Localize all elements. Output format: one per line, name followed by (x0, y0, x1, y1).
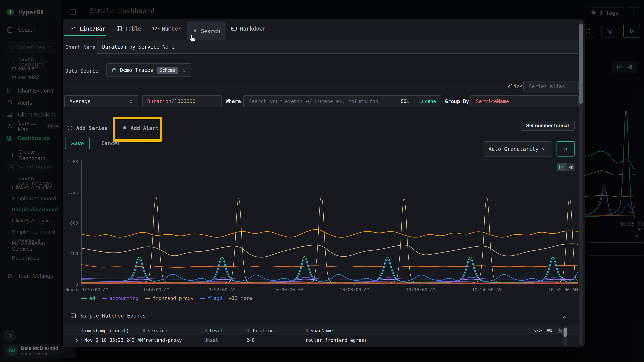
line-chart-icon[interactable] (557, 163, 566, 171)
expression-token: Duration (147, 98, 172, 104)
expression-token: 1000000 (174, 98, 196, 104)
tab-label: Table (125, 25, 141, 32)
legend-swatch (82, 298, 87, 299)
legend-label: flagd (208, 296, 222, 301)
alias-field[interactable] (524, 81, 578, 91)
where-field[interactable]: SQL | Lucene (243, 95, 441, 107)
table-row[interactable]: ❯Nov 6 10:35:23.243 AMfrontend-proxyUnse… (64, 335, 583, 345)
mouse-cursor (188, 34, 198, 44)
y-axis-tick-label: 800 (70, 220, 78, 226)
tab-label: Number (162, 25, 181, 32)
where-input[interactable] (248, 98, 397, 105)
y-axis-tick-label: 1.2K (68, 190, 78, 195)
cancel-button[interactable]: Cancel (98, 138, 124, 149)
add-series-label: Add Series (76, 125, 108, 131)
select-chevrons-icon (128, 99, 133, 104)
lang-lucene[interactable]: Lucene (419, 99, 436, 104)
chart-name-field[interactable] (97, 40, 578, 54)
data-source-select[interactable]: Demo Traces Schema (106, 63, 192, 77)
add-alert-button[interactable]: Add Alert (122, 125, 159, 131)
run-chart-button[interactable] (556, 141, 574, 157)
legend-label: frontend-proxy (153, 296, 194, 301)
active-tab-underline (64, 35, 106, 36)
table-cell: frontend-proxy (142, 338, 204, 343)
tab-line-bar[interactable]: Line/Bar (65, 21, 111, 36)
group-by-field[interactable] (470, 95, 578, 107)
aggregation-value: Average (70, 98, 90, 104)
x-axis-tick-label: 10:08:00 AM (340, 287, 369, 292)
chart-name-input[interactable] (102, 44, 573, 50)
sample-events-table: Timestamp (Local)⠿service⠿level⠿duration… (64, 326, 583, 347)
legend-item[interactable]: flagd (200, 296, 222, 301)
list-icon (192, 28, 198, 34)
series-red-flat (82, 283, 578, 284)
tab-markdown[interactable]: Markdown (226, 21, 271, 36)
aggregation-select[interactable]: Average (64, 95, 138, 107)
duration-by-service-chart: 1.6K1.2K8004000Nov 6 9:35:00 AM9:44:00 A… (63, 155, 584, 303)
series-flagd (82, 259, 578, 282)
add-series-button[interactable]: Add Series (67, 125, 108, 131)
modal-chart-type-toggle[interactable] (557, 163, 575, 171)
legend-label: accounting (110, 296, 139, 301)
row-expand-chevron[interactable]: ❯ (64, 338, 82, 343)
table-row[interactable]: ❯Nov 6 10:35:23.243 AMfrontend-proxyUnse… (64, 345, 583, 347)
download-icon[interactable] (557, 328, 562, 333)
y-axis-tick-label: 1.6K (68, 159, 78, 164)
database-icon (112, 68, 117, 73)
drag-handle-icon[interactable]: ⠿ (204, 329, 207, 333)
circle-plus-icon (67, 125, 73, 131)
save-button[interactable]: Save (65, 138, 90, 149)
alias-input[interactable] (528, 83, 584, 90)
x-axis-tick-label: 10:24:00 AM (472, 287, 502, 292)
table-cell: Unset (204, 338, 246, 343)
legend-item[interactable]: accounting (102, 296, 139, 301)
collapse-chevron-icon[interactable] (562, 314, 568, 320)
modal-scrollbar-thumb[interactable] (579, 23, 583, 104)
events-table-body: ❯Nov 6 10:35:23.243 AMfrontend-proxyUnse… (64, 335, 583, 347)
granularity-select[interactable]: Auto Granularity (483, 141, 552, 157)
table-scrollbar-thumb[interactable] (564, 328, 567, 337)
tab-number[interactable]: 123 Number (147, 21, 186, 36)
code-icon[interactable]: </> (534, 328, 542, 333)
column-header[interactable]: Timestamp (Local) (82, 328, 142, 333)
bar-chart-icon[interactable] (566, 163, 575, 171)
add-alert-label: Add Alert (130, 125, 159, 131)
column-header[interactable]: ⠿service (142, 328, 204, 333)
column-header[interactable]: ⠿duration (246, 328, 305, 333)
wrap-text-icon[interactable] (546, 328, 552, 333)
drag-handle-icon[interactable]: ⠿ (142, 329, 146, 333)
series-divider (64, 86, 504, 86)
number-123-icon: 123 (152, 26, 160, 31)
expression-token: / (172, 98, 174, 104)
x-axis-tick-label: 9:52:00 AM (208, 287, 236, 292)
series-dark-orange (82, 265, 578, 267)
x-axis-tick-label: 9:44:00 AM (142, 287, 170, 292)
series-tall-spikes (82, 196, 578, 284)
section-divider (64, 307, 583, 307)
drag-handle-icon[interactable]: ⠿ (246, 329, 249, 333)
table-scrollbar[interactable] (564, 327, 567, 346)
legend-item[interactable]: frontend-proxy (145, 296, 194, 301)
series-indigo (82, 277, 578, 279)
x-axis-tick-label: 10:35:00 AM (548, 287, 578, 292)
set-number-format-button[interactable]: Set number format (520, 121, 574, 131)
drag-handle-icon[interactable]: ⠿ (305, 329, 308, 333)
screen: Simple dashboard 0 Tags ⋮ (0, 0, 644, 362)
list-icon (70, 313, 76, 319)
legend-item[interactable]: ad (82, 296, 95, 301)
granularity-value: Auto Granularity (488, 146, 538, 152)
legend-more-link[interactable]: +12 more (229, 295, 252, 301)
lang-sql[interactable]: SQL (401, 99, 409, 104)
group-by-input[interactable] (476, 98, 574, 105)
column-header[interactable]: ⠿level (204, 328, 246, 333)
chevron-down-icon (541, 147, 546, 152)
table-cell: Nov 6 10:35:23.243 AM (82, 338, 142, 343)
sample-events-header: Sample Matched Events (70, 313, 146, 319)
modal-scrollbar[interactable] (579, 21, 583, 345)
expression-field[interactable]: Duration/1000000 (142, 95, 222, 107)
data-source-label: Data Source (65, 68, 98, 74)
tab-table[interactable]: Table (111, 21, 147, 36)
tab-label: Line/Bar (80, 25, 106, 32)
tab-label: Markdown (240, 25, 266, 32)
alias-label: Alias (508, 84, 523, 90)
